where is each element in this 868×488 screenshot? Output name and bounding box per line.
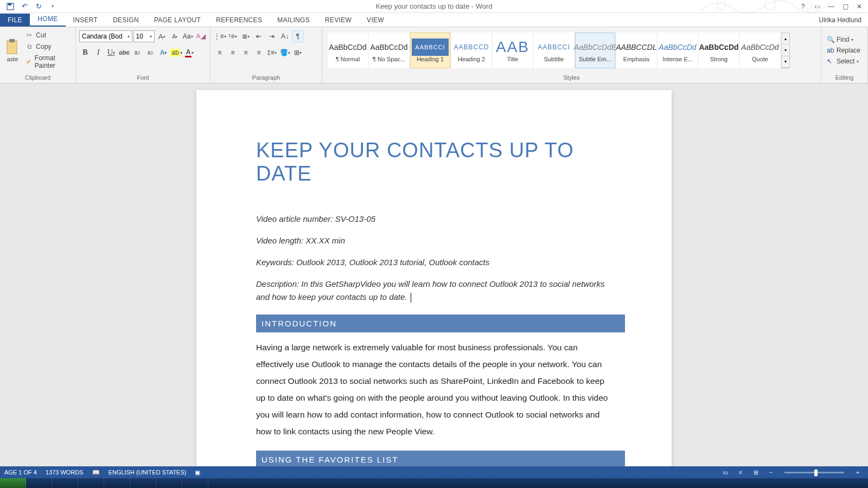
style-subtitle[interactable]: AABBCCISubtitle (534, 33, 574, 68)
styles-up-icon[interactable]: ▴ (782, 33, 789, 44)
macro-icon[interactable]: ▣ (195, 469, 200, 476)
copy-button[interactable]: ⧉Copy (24, 42, 72, 52)
zoom-slider[interactable] (784, 472, 844, 473)
style-heading-1[interactable]: AABBCCIHeading 1 (410, 33, 450, 68)
print-layout-icon[interactable]: ≡ (735, 467, 746, 477)
subscript-button[interactable]: x2 (131, 47, 143, 59)
justify-button[interactable]: ≡ (253, 47, 265, 59)
cut-button[interactable]: ✂Cut (24, 30, 72, 40)
tab-home[interactable]: HOME (30, 12, 65, 27)
save-icon[interactable] (4, 1, 16, 12)
shrink-font-button[interactable]: A▾ (169, 30, 181, 42)
zoom-in-button[interactable]: + (852, 467, 864, 477)
clear-formatting-button[interactable]: A◢ (195, 30, 207, 42)
style--no-spac-[interactable]: AaBbCcDd¶ No Spac... (369, 33, 409, 68)
start-button[interactable] (0, 478, 26, 488)
taskbar-app[interactable] (52, 478, 78, 488)
tab-design[interactable]: DESIGN (105, 14, 146, 27)
style-strong[interactable]: AaBbCcDdStrong (699, 33, 739, 68)
section-introduction: INTRODUCTION (256, 314, 625, 332)
align-left-button[interactable]: ≡ (214, 47, 226, 59)
style--normal[interactable]: AaBbCcDd¶ Normal (328, 33, 368, 68)
read-mode-icon[interactable]: ▭ (719, 467, 731, 477)
font-name-combo[interactable]: Candara (Bod▾ (79, 30, 132, 42)
tab-references[interactable]: REFERENCES (208, 14, 270, 27)
tab-insert[interactable]: INSERT (66, 14, 106, 27)
undo-icon[interactable]: ↶ (18, 1, 30, 12)
paste-button[interactable]: aste (3, 29, 22, 72)
svg-rect-6 (9, 39, 15, 42)
close-icon[interactable]: ✕ (853, 2, 866, 11)
superscript-button[interactable]: x2 (144, 47, 156, 59)
style-intense-e-[interactable]: AaBbCcDdIntense E... (658, 33, 698, 68)
underline-button[interactable]: U▾ (105, 47, 117, 59)
taskbar-app[interactable] (104, 478, 130, 488)
tab-mailings[interactable]: MAILINGS (270, 14, 317, 27)
format-painter-button[interactable]: ✔Format Painter (24, 53, 72, 70)
change-case-button[interactable]: Aa▾ (182, 30, 194, 42)
word-count[interactable]: 1373 WORDS (46, 469, 84, 476)
multilevel-button[interactable]: ≣▾ (240, 30, 252, 42)
increase-indent-button[interactable]: ⇥ (266, 30, 278, 42)
text-effects-button[interactable]: A▾ (157, 47, 169, 59)
tab-file[interactable]: FILE (0, 14, 30, 27)
language-indicator[interactable]: ENGLISH (UNITED STATES) (108, 469, 187, 476)
numbering-button[interactable]: ¹≡▾ (227, 30, 239, 42)
taskbar-app[interactable] (182, 478, 208, 488)
document-page[interactable]: KEEP YOUR CONTACTS UP TO DATE Video arti… (196, 90, 672, 475)
style-preview: AaBbCcDd (329, 38, 366, 56)
show-marks-button[interactable]: ¶ (292, 30, 304, 42)
ribbon: aste ✂Cut ⧉Copy ✔Format Painter Clipboar… (0, 27, 868, 84)
redo-icon[interactable]: ↻ (33, 1, 44, 12)
ribbon-options-icon[interactable]: ▭ (810, 2, 824, 11)
strikethrough-button[interactable]: abc (118, 47, 130, 59)
align-right-button[interactable]: ≡ (240, 47, 252, 59)
styles-down-icon[interactable]: ▾ (782, 44, 789, 56)
style-quote[interactable]: AaBbCcDdQuote (740, 33, 780, 68)
line-spacing-button[interactable]: ‡≡▾ (266, 47, 278, 59)
style-heading-2[interactable]: AABBCCDHeading 2 (451, 33, 492, 68)
bold-button[interactable]: B (79, 47, 91, 59)
taskbar-app[interactable] (130, 478, 156, 488)
tab-review[interactable]: REVIEW (317, 14, 359, 27)
taskbar-app[interactable] (78, 478, 104, 488)
page-indicator[interactable]: AGE 1 OF 4 (4, 469, 37, 476)
tab-page-layout[interactable]: PAGE LAYOUT (146, 14, 208, 27)
shading-button[interactable]: 🪣▾ (279, 47, 291, 59)
minimize-icon[interactable]: — (825, 2, 838, 11)
grow-font-button[interactable]: A▴ (156, 30, 168, 42)
decrease-indent-button[interactable]: ⇤ (253, 30, 265, 42)
style-label: Heading 1 (411, 56, 450, 62)
find-button[interactable]: 🔍Find▾ (825, 35, 864, 44)
styles-more-icon[interactable]: ▾ (782, 56, 789, 68)
maximize-icon[interactable]: ▢ (839, 2, 852, 11)
bullets-button[interactable]: ⋮≡▾ (214, 30, 226, 42)
document-area[interactable]: KEEP YOUR CONTACTS UP TO DATE Video arti… (0, 84, 868, 475)
group-styles: AaBbCcDd¶ NormalAaBbCcDd¶ No Spac...AABB… (322, 27, 821, 83)
font-size-combo[interactable]: 10▾ (133, 30, 155, 42)
borders-button[interactable]: ⊞▾ (292, 47, 304, 59)
font-color-button[interactable]: A▾ (183, 47, 195, 59)
select-button[interactable]: ↖Select▾ (825, 56, 864, 66)
style-subtle-em-[interactable]: AaBbCcDdESubtle Em... (575, 33, 615, 68)
tab-view[interactable]: VIEW (359, 14, 392, 27)
align-center-button[interactable]: ≡ (227, 47, 239, 59)
paragraph-group-label: Paragraph (214, 74, 318, 82)
web-layout-icon[interactable]: ⊞ (750, 467, 762, 477)
qat-more-icon[interactable]: ▾ (47, 1, 59, 12)
style-label: Title (493, 56, 532, 62)
style-label: Heading 2 (452, 56, 491, 62)
sort-button[interactable]: A↓ (279, 30, 291, 42)
help-icon[interactable]: ? (796, 2, 809, 11)
zoom-thumb[interactable] (814, 470, 818, 476)
highlight-button[interactable]: ab▾ (170, 47, 182, 59)
replace-button[interactable]: abReplace (825, 46, 864, 55)
zoom-out-button[interactable]: − (765, 467, 777, 477)
italic-button[interactable]: I (92, 47, 104, 59)
taskbar-app[interactable] (26, 478, 52, 488)
format-painter-icon: ✔ (25, 58, 33, 66)
taskbar-app[interactable] (156, 478, 182, 488)
style-emphasis[interactable]: AABBCCDLEmphasis (616, 33, 656, 68)
proofing-icon[interactable]: 📖 (92, 469, 100, 476)
style-title[interactable]: AABTitle (493, 33, 533, 68)
